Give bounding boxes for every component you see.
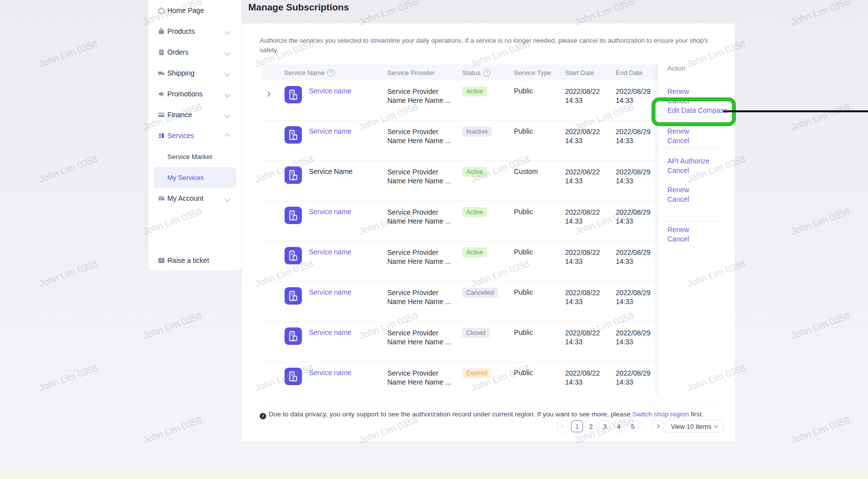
end-date: 2022/08/2914:33 [616, 127, 651, 145]
expand-chevron-icon[interactable] [266, 89, 270, 98]
status-badge: Active [462, 86, 487, 96]
sidebar-item-products[interactable]: Products [148, 21, 241, 42]
service-type: Public [514, 87, 533, 95]
table-body: Service name Service ProviderName Here N… [261, 80, 723, 402]
view-items-dropdown[interactable]: View 10 Items [665, 420, 723, 433]
pagination-next-button[interactable] [651, 420, 663, 432]
pagination-page-2[interactable]: 2 [585, 420, 597, 432]
sidebar-item-shipping[interactable]: Shipping [148, 63, 241, 83]
pagination-prev-button[interactable] [557, 420, 569, 432]
action-link-renew[interactable]: Renew [667, 87, 732, 96]
pagination-page-1[interactable]: 1 [571, 420, 583, 432]
service-name-link[interactable]: Service name [309, 248, 352, 256]
service-provider: Service ProviderName Here Name ... [387, 288, 451, 306]
sidebar-item-services[interactable]: Services [148, 125, 241, 146]
service-type: Public [514, 328, 533, 336]
sidebar: Home PageProductsOrdersShippingPromotion… [148, 0, 241, 270]
shipping-icon [157, 69, 165, 77]
service-name-link[interactable]: Service name [309, 369, 352, 377]
end-date: 2022/08/2914:33 [616, 288, 651, 306]
watermark-text: John Lim 0358 [790, 0, 852, 28]
sidebar-item-home-page[interactable]: Home Page [148, 0, 241, 21]
service-provider: Service ProviderName Here Name ... [387, 328, 451, 346]
service-icon [285, 126, 302, 144]
subscriptions-table: Service Name? Service Provider Status? S… [261, 65, 723, 402]
finance-icon [157, 111, 165, 119]
sidebar-item-service-market[interactable]: Service Market [148, 146, 241, 167]
watermark-text: John Lim 0358 [37, 154, 99, 185]
service-name-link[interactable]: Service name [309, 87, 352, 95]
services-icon [157, 132, 165, 140]
action-cell: API AuthorizeCancel [667, 157, 710, 175]
table-row: Service name Service ProviderName Here N… [261, 120, 723, 160]
service-name-link[interactable]: Service name [309, 328, 352, 336]
promotions-icon [157, 90, 165, 98]
switch-shop-region-link[interactable]: Switch shop region [632, 410, 689, 418]
action-link-renew[interactable]: Renew [667, 127, 689, 136]
action-link-cancel[interactable]: Cancel [667, 136, 689, 146]
divider [658, 221, 724, 222]
service-type: Custom [514, 167, 538, 175]
chevron-down-icon [224, 71, 230, 76]
bottom-strip [0, 468, 868, 479]
service-type: Public [514, 127, 533, 135]
service-icon [285, 247, 302, 264]
action-link-renew[interactable]: Renew [667, 185, 689, 195]
sidebar-item-label: Orders [167, 48, 189, 56]
sidebar-item-label: Service Market [167, 153, 212, 160]
service-icon [285, 287, 302, 305]
privacy-note-text: Due to data privacy, you only support to… [269, 410, 632, 418]
sidebar-item-my-services[interactable]: My Services [153, 167, 236, 188]
start-date: 2022/08/2214:33 [565, 208, 600, 226]
action-link-cancel[interactable]: Cancel [667, 195, 689, 204]
column-header-start-date: Start Date [565, 65, 594, 80]
sidebar-item-finance[interactable]: Finance [148, 104, 241, 125]
watermark-text: John Lim 0358 [142, 414, 204, 446]
service-icon [285, 86, 302, 103]
privacy-note-text: first. [689, 410, 703, 418]
sidebar-item-orders[interactable]: Orders [148, 42, 241, 63]
sidebar-item-my-account[interactable]: My Account [148, 188, 241, 209]
action-link-cancel[interactable]: Cancel [667, 96, 732, 106]
info-icon[interactable]: ? [327, 69, 335, 77]
view-items-label: View 10 Items [671, 423, 711, 430]
start-date: 2022/08/2214:33 [565, 288, 600, 306]
info-icon[interactable]: ? [483, 69, 491, 77]
service-icon [285, 207, 302, 224]
column-header-service-type: Service Type [514, 65, 551, 80]
action-link-cancel[interactable]: Cancel [667, 235, 689, 244]
info-icon: i [260, 413, 266, 419]
sidebar-item-raise-a-ticket[interactable]: ? Raise a ticket [148, 251, 241, 269]
start-date: 2022/08/2214:33 [565, 248, 600, 266]
service-provider: Service ProviderName Here Name ... [387, 248, 451, 266]
pagination-page-5[interactable]: 5 [627, 420, 639, 432]
start-date: 2022/08/2214:33 [565, 167, 600, 185]
chevron-down-icon [728, 108, 732, 112]
privacy-note: iDue to data privacy, you only support t… [260, 410, 722, 419]
table-row: Service name Service ProviderName Here N… [261, 80, 723, 120]
status-badge: Cancelled [462, 288, 498, 298]
pagination-page-3[interactable]: 3 [599, 420, 611, 432]
service-provider: Service ProviderName Here Name ... [387, 208, 451, 226]
table-row: Service name Service ProviderName Here N… [261, 201, 723, 241]
sidebar-item-label: My Services [167, 174, 204, 181]
service-provider: Service ProviderName Here Name ... [387, 369, 451, 387]
sidebar-item-promotions[interactable]: Promotions [148, 83, 241, 104]
action-link-edit-data-compass[interactable]: Edit Data Compass [667, 106, 732, 115]
watermark-text: John Lim 0358 [37, 258, 99, 289]
sidebar-item-label: Shipping [167, 69, 195, 77]
service-name-link[interactable]: Service name [309, 208, 352, 216]
action-link-cancel[interactable]: Cancel [667, 166, 710, 175]
status-badge: Expired [462, 368, 491, 378]
sidebar-item-label: Products [167, 27, 195, 35]
pagination-page-4[interactable]: 4 [613, 420, 625, 432]
action-link-renew[interactable]: Renew [667, 225, 689, 235]
screen: John Lim 0358John Lim 0358John Lim 0358J… [0, 0, 868, 479]
service-name-link[interactable]: Service name [309, 288, 352, 296]
service-name-link[interactable]: Service name [309, 127, 352, 135]
service-icon [285, 166, 302, 184]
watermark-text: John Lim 0358 [37, 362, 99, 394]
action-link-api-authorize[interactable]: API Authorize [667, 157, 710, 166]
end-date: 2022/08/2914:33 [616, 208, 651, 226]
watermark-text: John Lim 0358 [790, 101, 852, 133]
